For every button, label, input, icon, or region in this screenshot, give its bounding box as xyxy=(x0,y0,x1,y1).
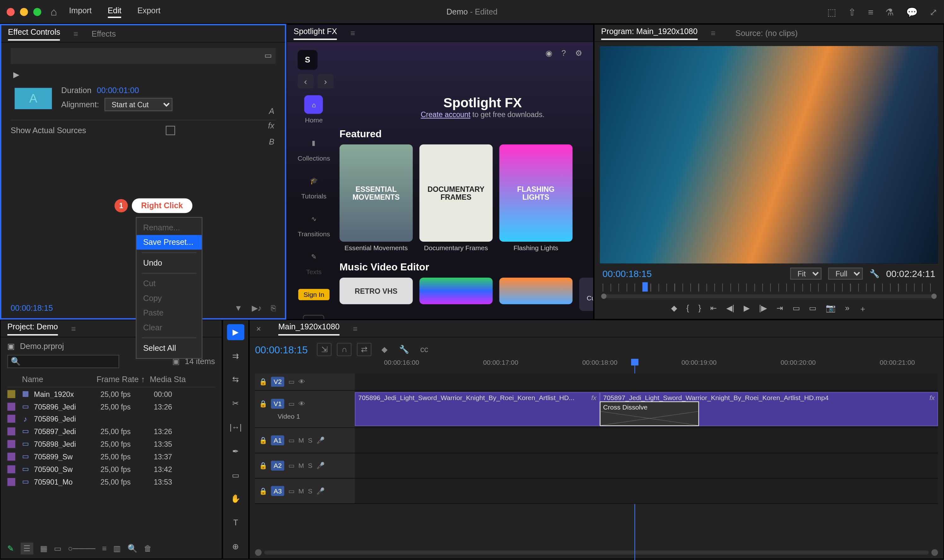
mute-icon[interactable]: M xyxy=(298,488,304,495)
tool-type[interactable]: T xyxy=(227,515,244,531)
tab-menu-icon[interactable]: ≡ xyxy=(71,324,76,334)
tool-ripple[interactable]: ⇆ xyxy=(227,372,244,388)
workspace-icon[interactable]: ⬚ xyxy=(827,6,836,17)
zoom-fit-select[interactable]: Fit xyxy=(790,268,822,280)
track-a3[interactable]: A3 xyxy=(271,486,284,496)
table-row[interactable]: ▭705899_Sw25,00 fps13:37 xyxy=(7,450,215,463)
col-framerate[interactable]: Frame Rate ↑ xyxy=(97,375,150,384)
project-search-input[interactable] xyxy=(7,355,119,368)
icon-view-icon[interactable]: ▦ xyxy=(40,544,47,553)
transition-cross-dissolve[interactable]: Cross Dissolve xyxy=(600,401,699,426)
discord-icon[interactable]: ◉ xyxy=(546,49,552,58)
lock-icon[interactable]: 🔒 xyxy=(259,400,267,407)
timeline-timecode[interactable]: 00:00:18:15 xyxy=(255,344,307,355)
ec-timecode[interactable]: 00:00:18:15 xyxy=(11,303,53,313)
duration-value[interactable]: 00:00:01:00 xyxy=(97,86,139,95)
table-row[interactable]: ▦Main_1920x25,00 fps00:00 xyxy=(7,388,215,400)
tool-add[interactable]: ⊕ xyxy=(227,538,244,554)
transition-thumb[interactable]: A xyxy=(14,88,52,109)
tab-menu-icon[interactable]: ≡ xyxy=(711,28,716,38)
share-icon[interactable]: ⇧ xyxy=(848,6,856,17)
tl-caption-icon[interactable]: cc xyxy=(417,343,431,356)
side-home[interactable]: ⌂Home xyxy=(304,95,323,124)
program-viewport[interactable] xyxy=(600,46,938,264)
window-maximize[interactable] xyxy=(34,8,42,15)
lock-icon[interactable]: 🔒 xyxy=(259,437,267,444)
side-collections[interactable]: ▮Collections xyxy=(298,133,330,162)
lock-icon[interactable]: 🔒 xyxy=(259,488,267,495)
tab-menu-icon[interactable]: ≡ xyxy=(74,29,78,38)
tab-menu-icon[interactable]: ≡ xyxy=(353,324,358,334)
home-icon[interactable]: ⌂ xyxy=(51,6,57,18)
mute-icon[interactable]: M xyxy=(298,462,304,469)
menu-export[interactable]: Export xyxy=(137,6,160,18)
edit-icon[interactable]: ✎ xyxy=(7,544,14,553)
gear-icon[interactable]: ⚙ xyxy=(575,49,583,58)
tl-snap-icon[interactable]: ∩ xyxy=(337,343,352,356)
menu-edit[interactable]: Edit xyxy=(108,6,121,18)
wrench-icon[interactable]: 🔧 xyxy=(870,269,879,278)
table-row[interactable]: ▭705896_Jedi25,00 fps13:26 xyxy=(7,400,215,413)
clip-1[interactable]: 705896_Jedi_Light_Sword_Warrior_Knight_B… xyxy=(355,392,600,426)
track-toggle-icon[interactable]: ▭ xyxy=(288,488,294,495)
card-flashing-lights[interactable]: FLASHING LIGHTSFlashing Lights xyxy=(499,145,572,252)
side-transitions[interactable]: ∿Transitions xyxy=(298,209,330,238)
export-frame-icon[interactable]: 📷 xyxy=(826,303,836,315)
trash-icon[interactable]: 🗑 xyxy=(144,544,152,553)
tl-link-icon[interactable]: ⇄ xyxy=(357,343,371,356)
window-minimize[interactable] xyxy=(20,8,28,15)
table-row[interactable]: ♪705896_Jedi xyxy=(7,413,215,425)
tab-effect-controls[interactable]: Effect Controls xyxy=(8,27,60,40)
play-icon[interactable]: ▶ xyxy=(13,70,19,80)
track-toggle-icon[interactable]: ▭ xyxy=(288,400,294,407)
mic-icon[interactable]: 🎤 xyxy=(317,462,324,469)
add-icon[interactable]: ＋ xyxy=(859,303,867,315)
freeform-view-icon[interactable]: ▭ xyxy=(54,544,61,553)
track-eye-icon[interactable]: 👁 xyxy=(298,378,305,385)
keyframe-play-icon[interactable]: ▶♪ xyxy=(252,303,262,313)
extract-icon[interactable]: ▭ xyxy=(809,303,816,315)
popout-icon[interactable]: ▭ xyxy=(264,51,272,60)
chat-icon[interactable]: 💬 xyxy=(906,6,918,17)
side-tutorials[interactable]: 🎓Tutorials xyxy=(301,171,326,200)
tl-insert-icon[interactable]: ⇲ xyxy=(317,343,332,356)
card-documentary-frames[interactable]: DOCUMENTARY FRAMESDocumentary Frames xyxy=(419,145,492,252)
program-playhead[interactable] xyxy=(643,282,648,292)
zoom-slider[interactable]: ○──── xyxy=(68,544,95,553)
find-icon[interactable]: 🔍 xyxy=(128,544,138,553)
tl-wrench-icon[interactable]: 🔧 xyxy=(397,343,411,356)
tab-project[interactable]: Project: Demo xyxy=(7,322,58,335)
tool-slip[interactable]: |↔| xyxy=(227,420,244,435)
automate-icon[interactable]: ▥ xyxy=(113,544,120,553)
go-out-icon[interactable]: ⇥ xyxy=(776,303,783,315)
lock-icon[interactable]: 🔒 xyxy=(259,378,267,385)
window-close[interactable] xyxy=(7,8,14,15)
tool-selection[interactable]: ▶ xyxy=(227,324,244,340)
mark-out-icon[interactable]: } xyxy=(698,303,701,315)
ctx-undo[interactable]: Undo xyxy=(137,255,202,270)
tab-close-icon[interactable]: × xyxy=(256,324,261,334)
step-back-icon[interactable]: ◀| xyxy=(726,303,735,315)
mark-in-icon[interactable]: { xyxy=(686,303,689,315)
col-mediastart[interactable]: Media Sta xyxy=(150,375,190,384)
mute-icon[interactable]: M xyxy=(298,437,304,444)
solo-icon[interactable]: S xyxy=(308,488,312,495)
solo-icon[interactable]: S xyxy=(308,462,312,469)
track-eye-icon[interactable]: 👁 xyxy=(298,400,305,407)
tab-program[interactable]: Program: Main_1920x1080 xyxy=(601,26,697,40)
tab-spotlight[interactable]: Spotlight FX xyxy=(294,26,337,40)
side-menu-icon[interactable]: ≡ xyxy=(303,315,324,319)
lock-icon[interactable]: 🔒 xyxy=(259,462,267,469)
tab-menu-icon[interactable]: ≡ xyxy=(351,28,355,38)
fullscreen-icon[interactable]: ⤢ xyxy=(930,6,937,17)
beaker-icon[interactable]: ⚗ xyxy=(885,6,894,17)
table-row[interactable]: ▭705897_Jedi25,00 fps13:26 xyxy=(7,425,215,437)
play-icon[interactable]: ▶ xyxy=(744,303,750,315)
col-name[interactable]: Name xyxy=(22,375,97,384)
nav-back[interactable]: ‹ xyxy=(298,74,314,88)
card-mve-2[interactable] xyxy=(419,278,492,311)
track-v1[interactable]: V1 xyxy=(271,398,284,409)
track-toggle-icon[interactable]: ▭ xyxy=(288,437,294,444)
tl-zoom-in-handle[interactable] xyxy=(932,549,938,556)
add-marker-icon[interactable]: ◆ xyxy=(671,303,677,315)
